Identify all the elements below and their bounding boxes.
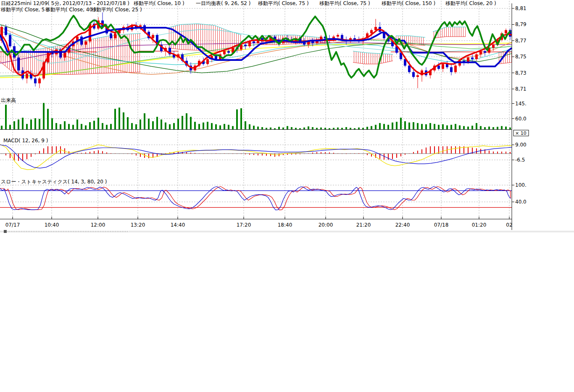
volume-bar (476, 123, 477, 129)
macd-pane-label: MACD( 12, 26, 9 ) (3, 138, 48, 144)
candle-up (26, 74, 28, 79)
volume-bar (266, 128, 267, 129)
axis-tick-label: 40.0 (515, 199, 527, 205)
candle-down (215, 56, 217, 59)
volume-bar (18, 120, 19, 129)
volume-bar (64, 121, 66, 129)
volume-bar (492, 127, 494, 129)
candle-up (223, 51, 226, 55)
volume-bar (236, 110, 238, 129)
volume-pane (0, 103, 512, 129)
volume-bar (253, 126, 255, 130)
volume-bar (127, 117, 129, 129)
multiplier-badge: × 10 (513, 130, 529, 136)
chart-canvas[interactable]: 8,818,798,778,758,738,71145.60.09.00-6.5… (0, 0, 574, 235)
volume-bar (312, 127, 313, 129)
volume-bar (333, 128, 334, 129)
volume-bar (488, 127, 490, 129)
axis-tick-label: 100. (515, 182, 527, 188)
volume-bar (303, 128, 305, 129)
candle-up (63, 53, 66, 58)
legend-row-1: 日経225mini 12/09( 5分, 2012/07/13 - 2012/0… (1, 0, 496, 6)
volume-bar (345, 127, 347, 129)
scrollbar-dotted-track[interactable] (6, 231, 129, 232)
axis-tick-label: 8,77 (515, 38, 527, 44)
volume-bar (341, 128, 343, 129)
multiplier-badge-text: × 10 (515, 131, 527, 136)
candle-up (421, 71, 423, 76)
volume-bar (1, 126, 3, 130)
scrollbar-handle[interactable] (4, 230, 7, 233)
axis-tick-label: 8,79 (515, 21, 527, 27)
volume-bar (291, 127, 292, 129)
time-tick-label: 21:20 (356, 222, 371, 228)
chart-title: 日経225mini 12/09( 5分, 2012/07/13 - 2012/0… (1, 0, 129, 6)
volume-bar (76, 120, 78, 129)
legend-item: 移動平均( Close, 5 ) (1, 7, 48, 13)
volume-bar (278, 127, 280, 129)
volume-bar (350, 128, 351, 129)
volume-bar (324, 128, 326, 129)
volume-bar (219, 125, 221, 129)
volume-bar (55, 123, 57, 129)
volume-bar (68, 124, 70, 129)
volume-bar (177, 119, 179, 129)
volume-bar (396, 122, 398, 129)
volume-bar (152, 121, 154, 129)
volume-bar (194, 122, 196, 129)
time-tick-label: 18:40 (278, 222, 292, 228)
time-tick-label: 17:20 (237, 222, 251, 228)
volume-bar (72, 125, 74, 129)
volume-bar (173, 123, 175, 129)
volume-bar (417, 123, 419, 129)
volume-bar (480, 126, 482, 129)
time-tick-label: 07/18 (434, 222, 449, 228)
volume-bar (39, 119, 40, 129)
volume-bar (501, 126, 503, 129)
legend-item: 移動平均( Close, 10 ) (134, 0, 184, 6)
volume-bar (434, 124, 435, 129)
volume-bar (106, 125, 108, 129)
volume-bar (459, 125, 461, 129)
volume-bar (358, 128, 360, 129)
volume-bar (110, 124, 112, 129)
volume-bar (203, 123, 204, 129)
candle-up (370, 30, 373, 34)
volume-bar (186, 113, 187, 129)
legend-row-2: 移動平均( Close, 5 )移動平均( Close, 40 )移動平均( C… (1, 7, 142, 13)
volume-bar (505, 127, 507, 129)
candle-down (437, 65, 440, 69)
macd-line (0, 144, 512, 170)
volume-bar (182, 116, 183, 129)
volume-bar (408, 123, 410, 129)
legend-item: 一目均衡表( 9, 26, 52 ) (196, 0, 250, 6)
volume-bar (169, 124, 171, 129)
volume-bar (85, 125, 87, 129)
candle-down (80, 37, 83, 44)
volume-bar (400, 118, 402, 130)
volume-bar (215, 124, 217, 129)
volume-bar (9, 125, 11, 129)
candle-up (38, 78, 41, 84)
volume-bar (81, 124, 82, 129)
volume-bar (308, 126, 309, 129)
volume-bar (282, 128, 284, 129)
volume-bar (509, 128, 511, 129)
cloud-segment (0, 34, 141, 75)
volume-bar (257, 127, 259, 129)
candle-down (253, 42, 255, 43)
candle-down (484, 51, 486, 53)
stoch-d-line (0, 186, 511, 210)
volume-bar (245, 121, 246, 129)
axis-tick-label: 8,81 (515, 5, 527, 11)
volume-bar (30, 120, 32, 129)
volume-bar (34, 118, 36, 129)
volume-bar (135, 124, 137, 129)
time-axis: 07/1710:4012:0013:2014:4017:2018:4020:00… (5, 217, 513, 228)
volume-bar (60, 124, 61, 129)
time-tick-label: 02 (506, 222, 512, 228)
volume-bar (316, 128, 318, 129)
volume-bar (118, 107, 120, 129)
candle-up (475, 54, 478, 59)
volume-bar (190, 117, 192, 129)
